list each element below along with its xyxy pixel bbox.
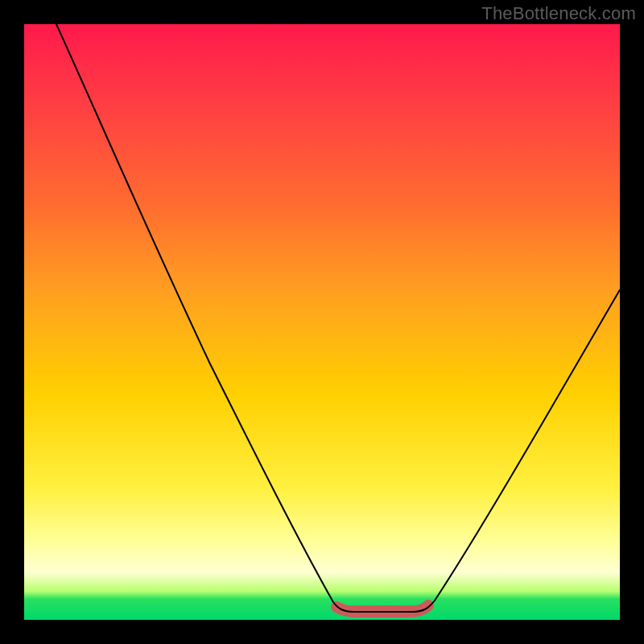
watermark-text: TheBottleneck.com (481, 3, 636, 24)
chart-stage: TheBottleneck.com (0, 0, 644, 644)
curve-layer (24, 24, 620, 620)
plot-area (24, 24, 620, 620)
bottleneck-curve (56, 24, 620, 612)
